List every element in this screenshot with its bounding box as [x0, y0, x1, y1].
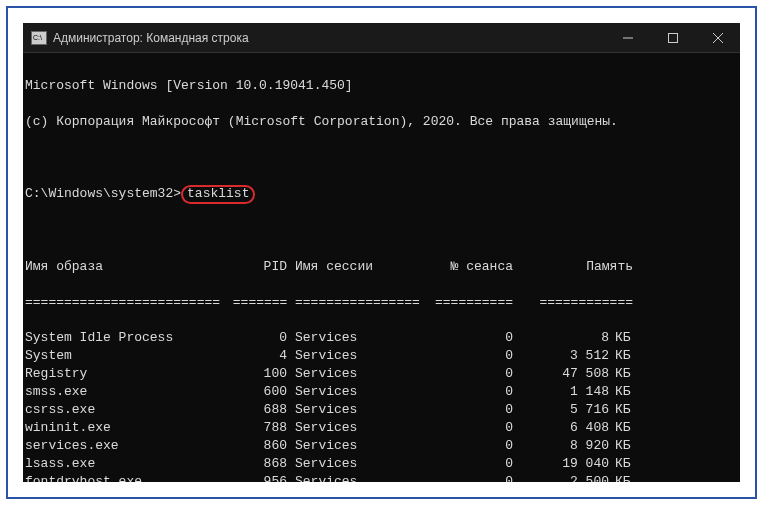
cell-name: Registry [25, 365, 225, 383]
minimize-button[interactable] [605, 23, 650, 53]
window-controls [605, 23, 740, 53]
cell-pid: 0 [225, 329, 287, 347]
cell-unit: КБ [609, 455, 633, 473]
titlebar[interactable]: Администратор: Командная строка [23, 23, 740, 53]
cell-mem: 2 500 [513, 473, 609, 482]
version-line: Microsoft Windows [Version 10.0.19041.45… [25, 77, 738, 95]
table-row: services.exe860Services08 920КБ [25, 437, 738, 455]
cell-mem: 8 [513, 329, 609, 347]
cell-unit: КБ [609, 437, 633, 455]
minimize-icon [623, 33, 633, 43]
prompt-path: C:\Windows\system32> [25, 186, 181, 201]
cell-unit: КБ [609, 419, 633, 437]
cell-pid: 4 [225, 347, 287, 365]
cell-pid: 868 [225, 455, 287, 473]
cell-unit: КБ [609, 365, 633, 383]
cell-pid: 860 [225, 437, 287, 455]
cell-session: Services [287, 473, 417, 482]
window-title: Администратор: Командная строка [53, 31, 249, 45]
close-button[interactable] [695, 23, 740, 53]
table-separator: ========================= ======= ======… [25, 294, 738, 312]
cmd-icon [31, 31, 47, 45]
cell-session: Services [287, 455, 417, 473]
maximize-button[interactable] [650, 23, 695, 53]
table-row: csrss.exe688Services05 716КБ [25, 401, 738, 419]
cell-session: Services [287, 329, 417, 347]
cell-mem: 5 716 [513, 401, 609, 419]
cell-session: Services [287, 401, 417, 419]
cell-session: Services [287, 365, 417, 383]
cell-name: fontdrvhost.exe [25, 473, 225, 482]
cell-pid: 100 [225, 365, 287, 383]
cell-mem: 6 408 [513, 419, 609, 437]
cell-name: wininit.exe [25, 419, 225, 437]
cell-no: 0 [417, 383, 513, 401]
col-header-session: Имя сессии [287, 258, 417, 276]
table-row: Registry100Services047 508КБ [25, 365, 738, 383]
cell-mem: 3 512 [513, 347, 609, 365]
cell-unit: КБ [609, 347, 633, 365]
table-row: System4Services03 512КБ [25, 347, 738, 365]
cell-unit: КБ [609, 401, 633, 419]
table-row: lsass.exe868Services019 040КБ [25, 455, 738, 473]
cell-no: 0 [417, 455, 513, 473]
prompt-line: C:\Windows\system32>tasklist [25, 185, 738, 204]
cell-pid: 688 [225, 401, 287, 419]
cell-session: Services [287, 383, 417, 401]
cell-mem: 19 040 [513, 455, 609, 473]
cell-no: 0 [417, 365, 513, 383]
cell-no: 0 [417, 437, 513, 455]
cell-pid: 600 [225, 383, 287, 401]
table-row: System Idle Process0Services08КБ [25, 329, 738, 347]
cell-no: 0 [417, 329, 513, 347]
col-header-pid: PID [225, 258, 287, 276]
table-row: fontdrvhost.exe956Services02 500КБ [25, 473, 738, 482]
blank-line [25, 222, 738, 240]
col-header-mem: Память [513, 258, 633, 276]
cell-pid: 956 [225, 473, 287, 482]
maximize-icon [668, 33, 678, 43]
cell-mem: 47 508 [513, 365, 609, 383]
cell-name: services.exe [25, 437, 225, 455]
close-icon [713, 33, 723, 43]
cell-no: 0 [417, 419, 513, 437]
cell-name: System Idle Process [25, 329, 225, 347]
cell-name: smss.exe [25, 383, 225, 401]
cell-no: 0 [417, 347, 513, 365]
table-row: wininit.exe788Services06 408КБ [25, 419, 738, 437]
console-output[interactable]: Microsoft Windows [Version 10.0.19041.45… [23, 53, 740, 482]
cell-name: lsass.exe [25, 455, 225, 473]
col-header-no: № сеанса [417, 258, 513, 276]
col-header-name: Имя образа [25, 258, 225, 276]
cell-unit: КБ [609, 383, 633, 401]
cell-mem: 8 920 [513, 437, 609, 455]
command-text: tasklist [187, 186, 249, 201]
cmd-window: Администратор: Командная строка Microsof… [23, 23, 740, 482]
svg-rect-1 [668, 33, 677, 42]
cell-session: Services [287, 419, 417, 437]
cell-no: 0 [417, 401, 513, 419]
cell-unit: КБ [609, 329, 633, 347]
titlebar-left: Администратор: Командная строка [23, 31, 249, 45]
cell-mem: 1 148 [513, 383, 609, 401]
blank-line [25, 149, 738, 167]
table-header: Имя образа PID Имя сессии № сеанса Памят… [25, 258, 738, 276]
table-row: smss.exe600Services01 148КБ [25, 383, 738, 401]
cell-session: Services [287, 437, 417, 455]
cell-pid: 788 [225, 419, 287, 437]
cell-name: csrss.exe [25, 401, 225, 419]
cell-unit: КБ [609, 473, 633, 482]
command-highlight: tasklist [181, 185, 255, 204]
copyright-line: (c) Корпорация Майкрософт (Microsoft Cor… [25, 113, 738, 131]
table-body: System Idle Process0Services08КБSystem4S… [25, 329, 738, 482]
cell-no: 0 [417, 473, 513, 482]
cell-name: System [25, 347, 225, 365]
cell-session: Services [287, 347, 417, 365]
